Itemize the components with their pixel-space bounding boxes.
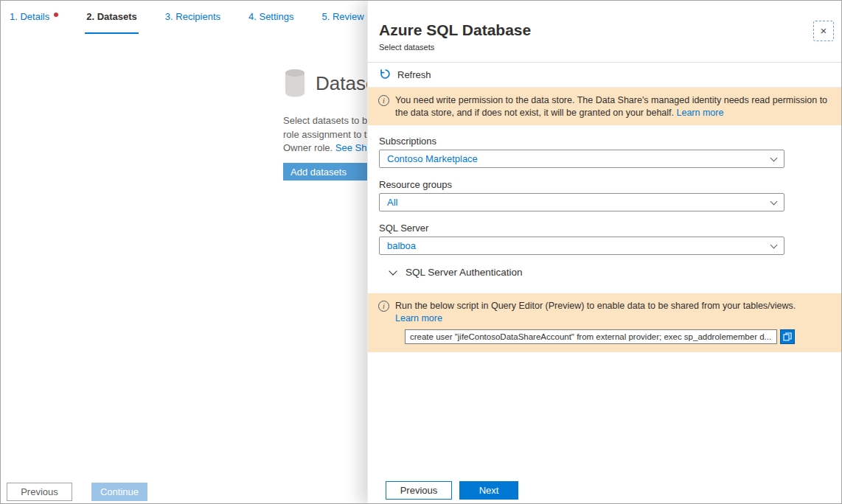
wizard-previous-button[interactable]: Previous [7, 483, 72, 501]
refresh-icon [380, 69, 391, 82]
sql-server-dropdown[interactable]: balboa [379, 237, 784, 255]
chevron-down-icon [770, 197, 778, 205]
refresh-label: Refresh [397, 69, 431, 80]
chevron-down-icon [770, 154, 778, 161]
tab-settings[interactable]: 4. Settings [247, 1, 295, 34]
subscriptions-dropdown[interactable]: Contoso Marketplace [379, 150, 784, 168]
required-dot-icon [54, 13, 58, 17]
copy-icon[interactable] [780, 329, 795, 344]
refresh-button[interactable]: Refresh [368, 63, 842, 88]
panel-title: Azure SQL Database [379, 21, 531, 39]
permission-notice-banner: i You need write permission to the data … [368, 88, 842, 125]
chevron-down-icon [770, 241, 778, 248]
script-notice-banner: i Run the below script in Query Editor (… [368, 293, 842, 352]
permission-learn-more-link[interactable]: Learn more [677, 108, 724, 118]
app-window: 1. Details 2. Datasets 3. Recipients 4. … [0, 0, 842, 504]
resource-groups-label: Resource groups [379, 179, 452, 190]
script-row: create user "jifeContosoDataShareAccount… [405, 329, 805, 344]
panel-header: Azure SQL Database Select datasets × [368, 1, 842, 63]
subscriptions-label: Subscriptions [379, 136, 436, 147]
sql-script-field[interactable]: create user "jifeContosoDataShareAccount… [405, 329, 777, 344]
sql-server-authentication-label: SQL Server Authentication [406, 267, 523, 278]
datasets-description: Select datasets to be role assignment to… [283, 114, 372, 155]
tab-details-label: 1. Details [10, 11, 49, 22]
tab-datasets-label: 2. Datasets [86, 11, 137, 22]
subscriptions-value: Contoso Marketplace [387, 153, 478, 164]
sql-server-value: balboa [387, 240, 416, 251]
tab-settings-label: 4. Settings [248, 11, 293, 22]
tab-datasets[interactable]: 2. Datasets [85, 1, 139, 34]
permission-notice-text: You need write permission to the data st… [395, 94, 832, 119]
tab-recipients[interactable]: 3. Recipients [164, 1, 222, 34]
description-line-1: Select datasets to be [283, 114, 372, 128]
panel-subtitle: Select datasets [379, 43, 434, 52]
resource-groups-value: All [387, 197, 397, 208]
panel-previous-button[interactable]: Previous [386, 481, 452, 500]
tab-recipients-label: 3. Recipients [165, 11, 220, 22]
info-icon: i [378, 301, 389, 312]
sql-server-authentication-expander[interactable]: SQL Server Authentication [390, 267, 523, 278]
close-icon[interactable]: × [813, 21, 834, 41]
sql-server-label: SQL Server [379, 223, 428, 234]
resource-groups-dropdown[interactable]: All [379, 193, 784, 211]
info-icon: i [378, 95, 389, 106]
panel-next-button[interactable]: Next [459, 481, 518, 500]
add-datasets-button[interactable]: Add datasets [283, 163, 379, 181]
wizard-continue-button[interactable]: Continue [91, 483, 147, 501]
script-learn-more-link[interactable]: Learn more [395, 313, 442, 323]
database-icon [284, 69, 306, 101]
chevron-down-icon [389, 267, 397, 275]
description-line-2: role assignment to t [283, 128, 372, 142]
tab-details[interactable]: 1. Details [8, 1, 60, 34]
azure-sql-database-panel: Azure SQL Database Select datasets × Ref… [367, 1, 842, 504]
script-notice-text: Run the below script in Query Editor (Pr… [395, 300, 805, 324]
description-line-3: Owner role. See Sha [283, 141, 372, 155]
